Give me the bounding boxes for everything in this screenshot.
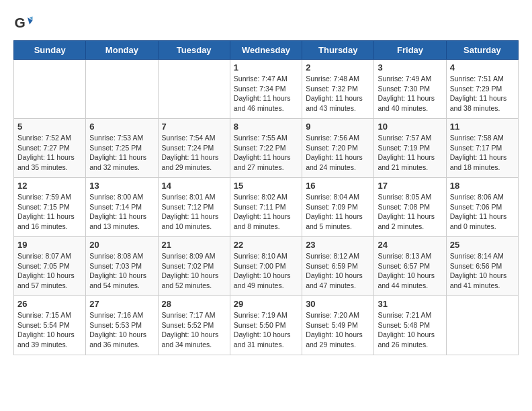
calendar-cell: 25Sunrise: 8:14 AM Sunset: 6:56 PM Dayli… bbox=[446, 237, 518, 296]
calendar-cell: 9Sunrise: 7:56 AM Sunset: 7:20 PM Daylig… bbox=[302, 119, 374, 178]
calendar-cell: 28Sunrise: 7:17 AM Sunset: 5:52 PM Dayli… bbox=[158, 296, 230, 355]
day-info: Sunrise: 7:20 AM Sunset: 5:49 PM Dayligh… bbox=[306, 310, 370, 350]
calendar-cell: 5Sunrise: 7:52 AM Sunset: 7:27 PM Daylig… bbox=[14, 119, 86, 178]
day-info: Sunrise: 7:19 AM Sunset: 5:50 PM Dayligh… bbox=[234, 310, 298, 350]
calendar-cell: 19Sunrise: 8:07 AM Sunset: 7:05 PM Dayli… bbox=[14, 237, 86, 296]
calendar-cell: 31Sunrise: 7:21 AM Sunset: 5:48 PM Dayli… bbox=[374, 296, 446, 355]
day-number: 28 bbox=[162, 299, 226, 309]
calendar-header-row: SundayMondayTuesdayWednesdayThursdayFrid… bbox=[14, 41, 519, 60]
day-info: Sunrise: 7:15 AM Sunset: 5:54 PM Dayligh… bbox=[17, 310, 82, 350]
day-of-week-header: Saturday bbox=[446, 41, 518, 60]
day-info: Sunrise: 7:56 AM Sunset: 7:20 PM Dayligh… bbox=[306, 133, 370, 173]
day-info: Sunrise: 7:21 AM Sunset: 5:48 PM Dayligh… bbox=[378, 310, 442, 350]
day-number: 19 bbox=[17, 240, 82, 250]
day-info: Sunrise: 7:16 AM Sunset: 5:53 PM Dayligh… bbox=[89, 310, 154, 350]
day-of-week-header: Wednesday bbox=[230, 41, 302, 60]
day-number: 3 bbox=[378, 62, 442, 73]
day-info: Sunrise: 7:17 AM Sunset: 5:52 PM Dayligh… bbox=[162, 310, 226, 350]
day-info: Sunrise: 8:08 AM Sunset: 7:03 PM Dayligh… bbox=[89, 251, 154, 291]
day-number: 4 bbox=[450, 62, 515, 73]
calendar-cell bbox=[446, 296, 518, 355]
day-of-week-header: Monday bbox=[86, 41, 158, 60]
day-info: Sunrise: 8:14 AM Sunset: 6:56 PM Dayligh… bbox=[450, 251, 515, 291]
day-info: Sunrise: 8:07 AM Sunset: 7:05 PM Dayligh… bbox=[17, 251, 82, 291]
day-info: Sunrise: 7:53 AM Sunset: 7:25 PM Dayligh… bbox=[89, 133, 154, 173]
day-number: 29 bbox=[234, 299, 298, 309]
day-number: 27 bbox=[89, 299, 154, 309]
calendar-cell: 10Sunrise: 7:57 AM Sunset: 7:19 PM Dayli… bbox=[374, 119, 446, 178]
day-info: Sunrise: 7:58 AM Sunset: 7:17 PM Dayligh… bbox=[450, 133, 515, 173]
calendar-cell: 12Sunrise: 7:59 AM Sunset: 7:15 PM Dayli… bbox=[14, 178, 86, 237]
day-number: 5 bbox=[17, 122, 82, 132]
day-number: 11 bbox=[450, 122, 515, 132]
calendar-cell: 16Sunrise: 8:04 AM Sunset: 7:09 PM Dayli… bbox=[302, 178, 374, 237]
day-of-week-header: Friday bbox=[374, 41, 446, 60]
day-number: 22 bbox=[234, 240, 298, 250]
calendar-cell: 26Sunrise: 7:15 AM Sunset: 5:54 PM Dayli… bbox=[14, 296, 86, 355]
calendar-table: SundayMondayTuesdayWednesdayThursdayFrid… bbox=[13, 40, 519, 355]
day-number: 23 bbox=[306, 240, 370, 250]
day-info: Sunrise: 7:52 AM Sunset: 7:27 PM Dayligh… bbox=[17, 133, 82, 173]
logo-icon: G bbox=[13, 13, 34, 34]
calendar-cell: 24Sunrise: 8:13 AM Sunset: 6:57 PM Dayli… bbox=[374, 237, 446, 296]
day-number: 14 bbox=[162, 181, 226, 191]
day-info: Sunrise: 7:59 AM Sunset: 7:15 PM Dayligh… bbox=[17, 192, 82, 232]
calendar-cell: 15Sunrise: 8:02 AM Sunset: 7:11 PM Dayli… bbox=[230, 178, 302, 237]
calendar-cell: 2Sunrise: 7:48 AM Sunset: 7:32 PM Daylig… bbox=[302, 60, 374, 119]
day-info: Sunrise: 7:47 AM Sunset: 7:34 PM Dayligh… bbox=[234, 74, 298, 113]
calendar-cell bbox=[14, 60, 86, 119]
day-number: 6 bbox=[89, 122, 154, 132]
day-number: 12 bbox=[17, 181, 82, 191]
calendar-cell: 23Sunrise: 8:12 AM Sunset: 6:59 PM Dayli… bbox=[302, 237, 374, 296]
day-number: 1 bbox=[234, 62, 298, 73]
calendar-cell bbox=[158, 60, 230, 119]
day-of-week-header: Sunday bbox=[14, 41, 86, 60]
day-number: 17 bbox=[378, 181, 442, 191]
svg-text:G: G bbox=[15, 15, 26, 30]
calendar-week-row: 26Sunrise: 7:15 AM Sunset: 5:54 PM Dayli… bbox=[14, 296, 519, 355]
day-number: 7 bbox=[162, 122, 226, 132]
day-info: Sunrise: 8:13 AM Sunset: 6:57 PM Dayligh… bbox=[378, 251, 442, 291]
day-info: Sunrise: 7:54 AM Sunset: 7:24 PM Dayligh… bbox=[162, 133, 226, 173]
calendar-week-row: 1Sunrise: 7:47 AM Sunset: 7:34 PM Daylig… bbox=[14, 60, 519, 119]
day-number: 31 bbox=[378, 299, 442, 309]
day-of-week-header: Thursday bbox=[302, 41, 374, 60]
day-info: Sunrise: 8:01 AM Sunset: 7:12 PM Dayligh… bbox=[162, 192, 226, 232]
logo: G bbox=[13, 13, 36, 34]
day-info: Sunrise: 8:00 AM Sunset: 7:14 PM Dayligh… bbox=[89, 192, 154, 232]
calendar-cell: 13Sunrise: 8:00 AM Sunset: 7:14 PM Dayli… bbox=[86, 178, 158, 237]
calendar-cell: 3Sunrise: 7:49 AM Sunset: 7:30 PM Daylig… bbox=[374, 60, 446, 119]
calendar-cell: 22Sunrise: 8:10 AM Sunset: 7:00 PM Dayli… bbox=[230, 237, 302, 296]
day-info: Sunrise: 7:55 AM Sunset: 7:22 PM Dayligh… bbox=[234, 133, 298, 173]
day-info: Sunrise: 8:12 AM Sunset: 6:59 PM Dayligh… bbox=[306, 251, 370, 291]
day-info: Sunrise: 8:10 AM Sunset: 7:00 PM Dayligh… bbox=[234, 251, 298, 291]
day-info: Sunrise: 7:49 AM Sunset: 7:30 PM Dayligh… bbox=[378, 74, 442, 113]
calendar-cell: 11Sunrise: 7:58 AM Sunset: 7:17 PM Dayli… bbox=[446, 119, 518, 178]
day-info: Sunrise: 8:09 AM Sunset: 7:02 PM Dayligh… bbox=[162, 251, 226, 291]
calendar-cell: 8Sunrise: 7:55 AM Sunset: 7:22 PM Daylig… bbox=[230, 119, 302, 178]
day-number: 24 bbox=[378, 240, 442, 250]
day-number: 9 bbox=[306, 122, 370, 132]
day-info: Sunrise: 8:06 AM Sunset: 7:06 PM Dayligh… bbox=[450, 192, 515, 232]
day-number: 21 bbox=[162, 240, 226, 250]
day-info: Sunrise: 8:04 AM Sunset: 7:09 PM Dayligh… bbox=[306, 192, 370, 232]
day-number: 10 bbox=[378, 122, 442, 132]
day-info: Sunrise: 8:02 AM Sunset: 7:11 PM Dayligh… bbox=[234, 192, 298, 232]
day-info: Sunrise: 7:51 AM Sunset: 7:29 PM Dayligh… bbox=[450, 74, 515, 113]
page-header: G bbox=[13, 13, 519, 34]
calendar-week-row: 19Sunrise: 8:07 AM Sunset: 7:05 PM Dayli… bbox=[14, 237, 519, 296]
calendar-cell: 6Sunrise: 7:53 AM Sunset: 7:25 PM Daylig… bbox=[86, 119, 158, 178]
day-info: Sunrise: 8:05 AM Sunset: 7:08 PM Dayligh… bbox=[378, 192, 442, 232]
day-number: 8 bbox=[234, 122, 298, 132]
day-number: 20 bbox=[89, 240, 154, 250]
day-number: 15 bbox=[234, 181, 298, 191]
day-number: 25 bbox=[450, 240, 515, 250]
day-number: 18 bbox=[450, 181, 515, 191]
day-info: Sunrise: 7:48 AM Sunset: 7:32 PM Dayligh… bbox=[306, 74, 370, 113]
calendar-week-row: 5Sunrise: 7:52 AM Sunset: 7:27 PM Daylig… bbox=[14, 119, 519, 178]
day-info: Sunrise: 7:57 AM Sunset: 7:19 PM Dayligh… bbox=[378, 133, 442, 173]
calendar-cell: 21Sunrise: 8:09 AM Sunset: 7:02 PM Dayli… bbox=[158, 237, 230, 296]
day-number: 26 bbox=[17, 299, 82, 309]
calendar-cell: 7Sunrise: 7:54 AM Sunset: 7:24 PM Daylig… bbox=[158, 119, 230, 178]
calendar-cell: 18Sunrise: 8:06 AM Sunset: 7:06 PM Dayli… bbox=[446, 178, 518, 237]
